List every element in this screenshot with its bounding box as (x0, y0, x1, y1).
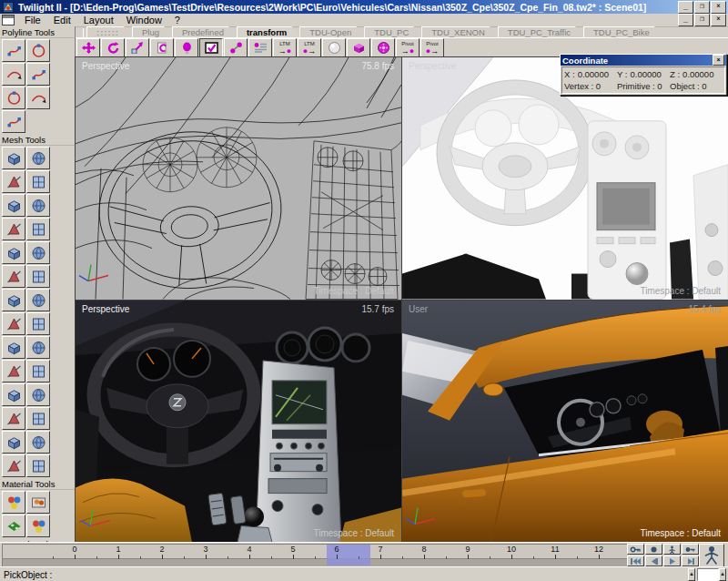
step-back-button[interactable] (645, 556, 662, 566)
status-spin-icon[interactable]: ▲ (719, 568, 726, 581)
scale-tool-button[interactable] (126, 38, 149, 57)
mesh-tool-16-button[interactable] (26, 312, 50, 335)
mesh-tool-20-button[interactable] (26, 360, 50, 382)
timeline-tick-7[interactable]: 7 (359, 545, 402, 557)
mesh-tool-5-button[interactable] (2, 194, 25, 217)
mesh-tool-27-button[interactable] (2, 454, 25, 477)
child-minimize-icon[interactable]: _ (678, 14, 693, 26)
timeline-tick-0[interactable]: 0 (53, 545, 96, 557)
ltm-out-tool-button[interactable]: LTM●→ (298, 38, 321, 57)
record-dot-button[interactable] (645, 544, 662, 555)
mesh-tool-14-button[interactable] (26, 289, 50, 311)
timeline-tick-11[interactable]: 11 (533, 545, 577, 557)
tab-predefined[interactable]: Predefined (172, 26, 237, 37)
mesh-tool-23-button[interactable] (2, 407, 25, 430)
material-tool-1-button[interactable] (2, 491, 25, 514)
mesh-tool-24-button[interactable] (26, 407, 50, 430)
tab-tdu-open[interactable]: TDU-Open (299, 26, 364, 37)
material-tool-3-button[interactable] (2, 515, 25, 537)
toolbar-grip[interactable] (75, 28, 84, 37)
mesh-tool-9-button[interactable] (2, 241, 25, 264)
tab-tdu-xenon[interactable]: TDU_XENON (421, 26, 498, 37)
tab-tdu-pc-bike[interactable]: TDU_PC_Bike (583, 26, 662, 37)
mesh-tool-17-button[interactable] (2, 336, 25, 359)
wheel-tool-button[interactable] (371, 38, 395, 57)
timeline-tick-12[interactable]: 12 (577, 545, 621, 557)
ltm-in-tool-button[interactable]: LTM→● (273, 38, 297, 57)
menu-layout[interactable]: Layout (77, 15, 120, 25)
polyline-tool-2-button[interactable] (26, 39, 50, 62)
tab-transform[interactable]: transform (237, 26, 299, 37)
mesh-tool-6-button[interactable] (26, 194, 50, 217)
mesh-tool-12-button[interactable] (26, 265, 50, 288)
mesh-tool-7-button[interactable] (2, 218, 25, 240)
mesh-tool-25-button[interactable] (2, 431, 25, 454)
mesh-tool-28-button[interactable] (26, 454, 50, 477)
reset-transform-tool-button[interactable] (150, 38, 174, 57)
step-forward-button[interactable] (682, 556, 699, 566)
polyline-tool-6-button[interactable] (26, 87, 50, 109)
menu-edit[interactable]: Edit (47, 15, 77, 25)
validate-tool-button[interactable] (199, 38, 223, 57)
menu-item[interactable]: ? (168, 15, 187, 25)
pivot-out-tool-button[interactable]: Pivot●→ (420, 38, 444, 57)
material-tool-2-button[interactable] (26, 491, 50, 514)
mesh-tool-11-button[interactable] (2, 265, 25, 288)
close-icon[interactable]: × (713, 55, 724, 66)
material-tool-4-button[interactable] (26, 515, 50, 537)
tab-tdu-pc-traffic[interactable]: TDU_PC_Traffic (498, 26, 583, 37)
play-button[interactable] (663, 556, 681, 566)
mesh-tool-21-button[interactable] (2, 383, 25, 406)
mesh-tool-3-button[interactable] (2, 170, 25, 193)
timeline-tick-3[interactable]: 3 (184, 545, 228, 557)
sphere-tool-button[interactable] (322, 38, 346, 57)
polyline-tool-7-button[interactable] (2, 110, 25, 133)
status-input[interactable] (697, 568, 719, 581)
mesh-tool-26-button[interactable] (26, 431, 50, 454)
polyline-tool-5-button[interactable] (2, 87, 25, 109)
to-start-button[interactable] (627, 556, 644, 566)
keyframe-track[interactable] (3, 558, 629, 566)
mesh-tool-22-button[interactable] (26, 383, 50, 406)
box-tool-button[interactable] (347, 38, 370, 57)
mesh-tool-19-button[interactable] (2, 360, 25, 382)
timeline-tick-8[interactable]: 8 (402, 545, 446, 557)
minimize-icon[interactable]: _ (678, 1, 693, 14)
polyline-tool-1-button[interactable] (2, 39, 25, 62)
timeline-tick-4[interactable]: 4 (228, 545, 271, 557)
timeline-tick-6[interactable]: 6 (315, 545, 359, 557)
coordinate-panel[interactable]: Coordinate × X :0.00000Y :0.00000Z :0.00… (560, 54, 727, 96)
viewport-wireframe[interactable]: Perspective 75.8 fps Timespace : Default (76, 57, 401, 300)
pose-button[interactable] (663, 544, 681, 555)
tab-grip[interactable]: :::::: (86, 26, 132, 37)
status-spin-up-icon[interactable]: ▲ (688, 568, 695, 581)
timeline-tick-1[interactable]: 1 (96, 545, 140, 557)
move-tool-button[interactable] (76, 38, 100, 57)
key-object-button[interactable] (682, 544, 699, 555)
mesh-tool-2-button[interactable] (26, 147, 50, 169)
restore-icon[interactable]: ❐ (694, 1, 710, 14)
key-button[interactable] (627, 544, 644, 555)
walk-mode-button[interactable] (699, 544, 724, 568)
menu-window[interactable]: Window (120, 15, 168, 25)
mesh-tool-10-button[interactable] (26, 241, 50, 264)
mesh-tool-13-button[interactable] (2, 289, 25, 311)
mesh-tool-1-button[interactable] (2, 147, 25, 169)
rotate-tool-button[interactable] (101, 38, 125, 57)
child-close-icon[interactable]: × (711, 14, 726, 26)
timeline-ruler[interactable]: 0123456789101112 (2, 544, 630, 567)
polyline-tool-3-button[interactable] (2, 63, 25, 86)
selection-list-tool-button[interactable] (248, 38, 272, 57)
light-tool-button[interactable] (175, 38, 198, 57)
viewport-user[interactable]: User 15.4 fps Timespace : Default (402, 301, 728, 543)
mesh-tool-15-button[interactable] (2, 312, 25, 335)
viewport-textured[interactable]: Perspective 15.7 fps Timespace : Default (76, 301, 401, 543)
menu-file[interactable]: File (18, 15, 47, 25)
child-restore-icon[interactable]: ❐ (694, 14, 710, 26)
polyline-tool-4-button[interactable] (26, 63, 50, 86)
mesh-tool-4-button[interactable] (26, 170, 50, 193)
tab-tdu-pc[interactable]: TDU_PC (364, 26, 421, 37)
timeline-tick-10[interactable]: 10 (490, 545, 533, 557)
timeline-tick-2[interactable]: 2 (140, 545, 184, 557)
pivot-in-tool-button[interactable]: Pivot→● (396, 38, 420, 57)
